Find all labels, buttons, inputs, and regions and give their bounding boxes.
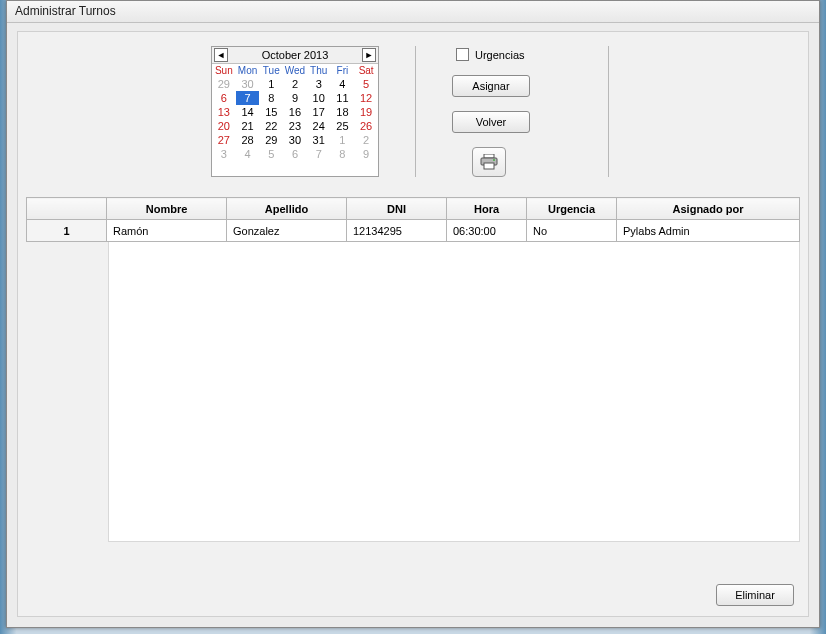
calendar-dow: Fri xyxy=(331,64,355,77)
table-empty-area xyxy=(108,242,800,542)
calendar-day[interactable]: 29 xyxy=(212,77,236,91)
calendar-dow: Sun xyxy=(212,64,236,77)
calendar-day[interactable]: 2 xyxy=(354,133,378,147)
calendar-day[interactable]: 27 xyxy=(212,133,236,147)
app-window: Administrar Turnos ◄ October 2013 ► SunM… xyxy=(6,0,820,628)
calendar-day[interactable]: 31 xyxy=(307,133,331,147)
svg-rect-2 xyxy=(484,163,494,169)
eliminar-button[interactable]: Eliminar xyxy=(716,584,794,606)
top-controls: ◄ October 2013 ► SunMonTueWedThuFriSat29… xyxy=(18,32,808,187)
calendar-day[interactable]: 4 xyxy=(236,147,260,161)
calendar-day[interactable]: 10 xyxy=(307,91,331,105)
col-urgencia[interactable]: Urgencia xyxy=(527,198,617,220)
calendar-day[interactable]: 11 xyxy=(331,91,355,105)
calendar-next-icon[interactable]: ► xyxy=(362,48,376,62)
calendar-day[interactable]: 23 xyxy=(283,119,307,133)
calendar-day[interactable]: 3 xyxy=(307,77,331,91)
calendar-day[interactable]: 24 xyxy=(307,119,331,133)
svg-rect-0 xyxy=(484,154,494,158)
calendar-day[interactable]: 6 xyxy=(283,147,307,161)
calendar-day[interactable]: 30 xyxy=(283,133,307,147)
calendar-dow: Mon xyxy=(236,64,260,77)
table-row[interactable]: 1RamónGonzalez1213429506:30:00NoPylabs A… xyxy=(27,220,800,242)
calendar-day[interactable]: 19 xyxy=(354,105,378,119)
volver-button[interactable]: Volver xyxy=(452,111,530,133)
col-dni[interactable]: DNI xyxy=(347,198,447,220)
printer-icon xyxy=(480,154,498,170)
svg-point-3 xyxy=(493,159,495,161)
calendar-grid: SunMonTueWedThuFriSat2930123456789101112… xyxy=(212,64,378,161)
calendar-day[interactable]: 6 xyxy=(212,91,236,105)
col-rownum[interactable] xyxy=(27,198,107,220)
vertical-separator xyxy=(415,46,416,177)
calendar-dow: Wed xyxy=(283,64,307,77)
calendar-day[interactable]: 4 xyxy=(331,77,355,91)
calendar-day[interactable]: 7 xyxy=(236,91,260,105)
calendar-prev-icon[interactable]: ◄ xyxy=(214,48,228,62)
titlebar[interactable]: Administrar Turnos xyxy=(7,1,819,23)
calendar-title: October 2013 xyxy=(262,49,329,61)
calendar-dow: Thu xyxy=(307,64,331,77)
calendar-dow: Tue xyxy=(259,64,283,77)
appointments-table[interactable]: Nombre Apellido DNI Hora Urgencia Asigna… xyxy=(26,197,800,242)
calendar-day[interactable]: 2 xyxy=(283,77,307,91)
calendar-day[interactable]: 26 xyxy=(354,119,378,133)
urgencias-label: Urgencias xyxy=(475,49,525,61)
calendar-day[interactable]: 7 xyxy=(307,147,331,161)
calendar-day[interactable]: 1 xyxy=(259,77,283,91)
calendar-day[interactable]: 3 xyxy=(212,147,236,161)
calendar-day[interactable]: 29 xyxy=(259,133,283,147)
calendar-day[interactable]: 17 xyxy=(307,105,331,119)
print-button[interactable] xyxy=(472,147,506,177)
content-area: ◄ October 2013 ► SunMonTueWedThuFriSat29… xyxy=(17,31,809,617)
calendar-day[interactable]: 9 xyxy=(283,91,307,105)
calendar-dow: Sat xyxy=(354,64,378,77)
calendar-day[interactable]: 18 xyxy=(331,105,355,119)
calendar-day[interactable]: 13 xyxy=(212,105,236,119)
calendar-day[interactable]: 16 xyxy=(283,105,307,119)
calendar-day[interactable]: 12 xyxy=(354,91,378,105)
table-header-row: Nombre Apellido DNI Hora Urgencia Asigna… xyxy=(27,198,800,220)
cell-dni[interactable]: 12134295 xyxy=(347,220,447,242)
cell-apellido[interactable]: Gonzalez xyxy=(227,220,347,242)
cell-hora[interactable]: 06:30:00 xyxy=(447,220,527,242)
vertical-separator xyxy=(608,46,609,177)
col-nombre[interactable]: Nombre xyxy=(107,198,227,220)
window-title: Administrar Turnos xyxy=(15,4,116,18)
calendar-day[interactable]: 5 xyxy=(259,147,283,161)
cell-rownum[interactable]: 1 xyxy=(27,220,107,242)
calendar-day[interactable]: 25 xyxy=(331,119,355,133)
calendar[interactable]: ◄ October 2013 ► SunMonTueWedThuFriSat29… xyxy=(211,46,379,177)
calendar-day[interactable]: 22 xyxy=(259,119,283,133)
calendar-day[interactable]: 28 xyxy=(236,133,260,147)
calendar-day[interactable]: 20 xyxy=(212,119,236,133)
urgencias-checkbox[interactable] xyxy=(456,48,469,61)
calendar-day[interactable]: 21 xyxy=(236,119,260,133)
col-hora[interactable]: Hora xyxy=(447,198,527,220)
table-container: Nombre Apellido DNI Hora Urgencia Asigna… xyxy=(26,197,800,242)
calendar-header: ◄ October 2013 ► xyxy=(212,47,378,64)
calendar-day[interactable]: 14 xyxy=(236,105,260,119)
footer: Eliminar xyxy=(716,584,794,606)
cell-asignado[interactable]: Pylabs Admin xyxy=(617,220,800,242)
calendar-day[interactable]: 9 xyxy=(354,147,378,161)
calendar-day[interactable]: 30 xyxy=(236,77,260,91)
calendar-day[interactable]: 8 xyxy=(331,147,355,161)
cell-urgencia[interactable]: No xyxy=(527,220,617,242)
calendar-day[interactable]: 8 xyxy=(259,91,283,105)
col-apellido[interactable]: Apellido xyxy=(227,198,347,220)
urgencias-row: Urgencias xyxy=(456,48,572,61)
col-asignado[interactable]: Asignado por xyxy=(617,198,800,220)
asignar-button[interactable]: Asignar xyxy=(452,75,530,97)
calendar-day[interactable]: 15 xyxy=(259,105,283,119)
cell-nombre[interactable]: Ramón xyxy=(107,220,227,242)
calendar-day[interactable]: 5 xyxy=(354,77,378,91)
controls-panel: Urgencias Asignar Volver xyxy=(452,46,572,177)
calendar-day[interactable]: 1 xyxy=(331,133,355,147)
